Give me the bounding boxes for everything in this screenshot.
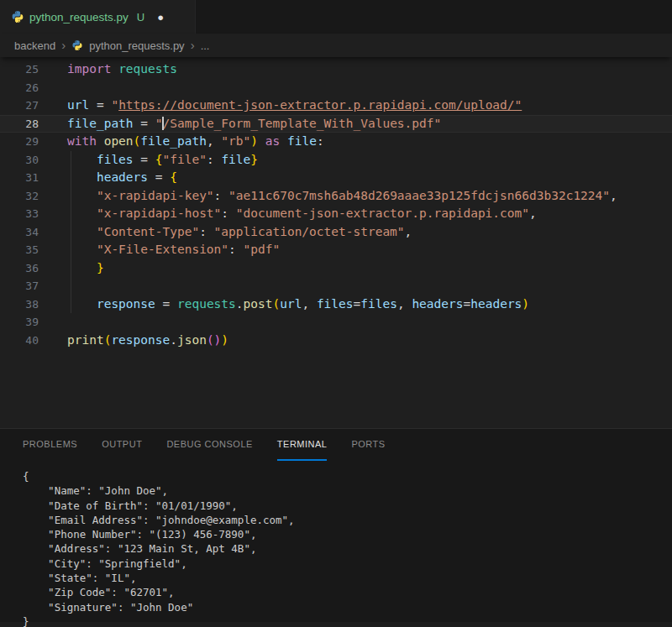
code-text: "x-rapidapi-host": "document-json-extrac… — [39, 205, 537, 223]
terminal-line: "Email Address": "johndoe@example.com", — [23, 513, 672, 527]
code-line[interactable]: 27url = "https://document-json-extractor… — [0, 97, 672, 115]
code-lines: 25import requests2627url = "https://docu… — [0, 60, 672, 349]
terminal-line: "Date of Birth": "01/01/1990", — [23, 499, 672, 513]
code-text: import requests — [39, 60, 177, 79]
line-number[interactable]: 32 — [0, 187, 39, 206]
line-number[interactable]: 31 — [0, 169, 39, 187]
git-status-badge: U — [137, 11, 144, 24]
panel-tab-bar: PROBLEMSOUTPUTDEBUG CONSOLETERMINALPORTS — [0, 429, 672, 461]
terminal-line: "State": "IL", — [23, 571, 672, 585]
code-line[interactable]: 35 "X-File-Extension": "pdf" — [0, 241, 672, 259]
line-number[interactable]: 30 — [0, 151, 39, 170]
terminal-line: "Zip Code": "62701", — [23, 585, 672, 599]
editor-tab-python-requests[interactable]: python_requests.py U ● — [0, 0, 196, 34]
indent-guide — [71, 259, 71, 278]
modified-dot-icon[interactable]: ● — [157, 12, 164, 23]
indent-guide — [71, 277, 71, 295]
line-number[interactable]: 39 — [0, 313, 39, 332]
terminal-line: "Phone Number": "(123) 456-7890", — [23, 527, 672, 541]
code-text: "x-rapidapi-key": "ae11c670c7msh6ab48d26… — [39, 187, 617, 206]
tab-filename: python_requests.py — [29, 11, 129, 24]
breadcrumb-item-symbol[interactable]: ... — [201, 39, 210, 52]
code-text: files = {"file": file} — [39, 151, 258, 170]
terminal-output[interactable]: { "Name": "John Doe", "Date of Birth": "… — [0, 461, 672, 627]
breadcrumb: backend › python_requests.py › ... — [0, 34, 672, 57]
code-line[interactable]: 29with open(file_path, "rb") as file: — [0, 133, 672, 151]
code-text — [39, 79, 67, 97]
breadcrumb-item-backend[interactable]: backend — [14, 39, 55, 52]
code-line[interactable]: 28file_path = "/Sample_Form_Template_Wit… — [0, 115, 672, 133]
line-number[interactable]: 37 — [0, 277, 39, 295]
indent-guide — [71, 295, 71, 314]
indent-guide — [71, 241, 71, 259]
line-number[interactable]: 25 — [0, 60, 39, 79]
indent-guide — [71, 151, 71, 170]
code-text: response = requests.post(url, files=file… — [39, 295, 529, 314]
python-file-icon — [11, 10, 24, 24]
code-line[interactable]: 25import requests — [0, 60, 672, 79]
code-text: headers = { — [39, 169, 177, 187]
panel-tab-output[interactable]: OUTPUT — [102, 429, 142, 461]
indent-guide — [71, 187, 71, 206]
bottom-panel: PROBLEMSOUTPUTDEBUG CONSOLETERMINALPORTS… — [0, 428, 672, 627]
line-number[interactable]: 35 — [0, 241, 39, 259]
code-text: "Content-Type": "application/octet-strea… — [39, 223, 412, 242]
code-text — [39, 277, 67, 295]
terminal-line: "Signature": "John Doe" — [23, 600, 672, 614]
terminal-line: "Address": "123 Main St, Apt 4B", — [23, 541, 672, 556]
terminal-line: "Name": "John Doe", — [23, 483, 672, 498]
code-line[interactable]: 32 "x-rapidapi-key": "ae11c670c7msh6ab48… — [0, 187, 672, 206]
code-line[interactable]: 33 "x-rapidapi-host": "document-json-ext… — [0, 205, 672, 223]
line-number[interactable]: 27 — [0, 97, 39, 115]
line-number[interactable]: 34 — [0, 223, 39, 242]
line-number[interactable]: 29 — [0, 133, 39, 151]
panel-tab-terminal[interactable]: TERMINAL — [277, 429, 328, 461]
panel-tab-ports[interactable]: PORTS — [351, 429, 385, 461]
code-line[interactable]: 39 — [0, 313, 672, 332]
code-line[interactable]: 26 — [0, 79, 672, 97]
panel-tab-debug-console[interactable]: DEBUG CONSOLE — [166, 429, 252, 461]
terminal-line: } — [23, 614, 672, 627]
chevron-right-icon: › — [191, 39, 195, 51]
code-text: url = "https://document-json-extractor.p… — [39, 97, 522, 115]
indent-guide — [71, 223, 71, 242]
panel-tab-problems[interactable]: PROBLEMS — [23, 429, 77, 461]
code-line[interactable]: 30 files = {"file": file} — [0, 151, 672, 170]
code-text — [39, 313, 67, 332]
terminal-line: { — [23, 469, 672, 483]
vscode-window: python_requests.py U ● backend › python_… — [0, 0, 672, 627]
code-line[interactable]: 37 — [0, 277, 672, 295]
code-editor[interactable]: 25import requests2627url = "https://docu… — [0, 57, 672, 428]
code-line[interactable]: 34 "Content-Type": "application/octet-st… — [0, 223, 672, 242]
code-line[interactable]: 40print(response.json()) — [0, 332, 672, 350]
code-text: file_path = "/Sample_Form_Template_With_… — [39, 115, 441, 133]
code-text: with open(file_path, "rb") as file: — [39, 133, 324, 151]
breadcrumb-item-filename[interactable]: python_requests.py — [89, 39, 184, 52]
line-number[interactable]: 26 — [0, 79, 39, 97]
cursor-caret — [162, 117, 164, 130]
code-line[interactable]: 38 response = requests.post(url, files=f… — [0, 295, 672, 314]
indent-guide — [71, 205, 71, 223]
code-line[interactable]: 36 } — [0, 259, 672, 278]
line-number[interactable]: 40 — [0, 332, 39, 350]
terminal-line: "City": "Springfield", — [23, 556, 672, 571]
line-number[interactable]: 28 — [0, 115, 39, 133]
tab-bar: python_requests.py U ● — [0, 0, 672, 34]
chevron-right-icon: › — [61, 39, 66, 51]
code-text: print(response.json()) — [39, 332, 228, 350]
line-number[interactable]: 36 — [0, 259, 39, 278]
indent-guide — [71, 169, 71, 187]
python-icon — [71, 39, 83, 51]
code-text: "X-File-Extension": "pdf" — [39, 241, 280, 259]
line-number[interactable]: 33 — [0, 205, 39, 223]
code-line[interactable]: 31 headers = { — [0, 169, 672, 187]
line-number[interactable]: 38 — [0, 295, 39, 314]
